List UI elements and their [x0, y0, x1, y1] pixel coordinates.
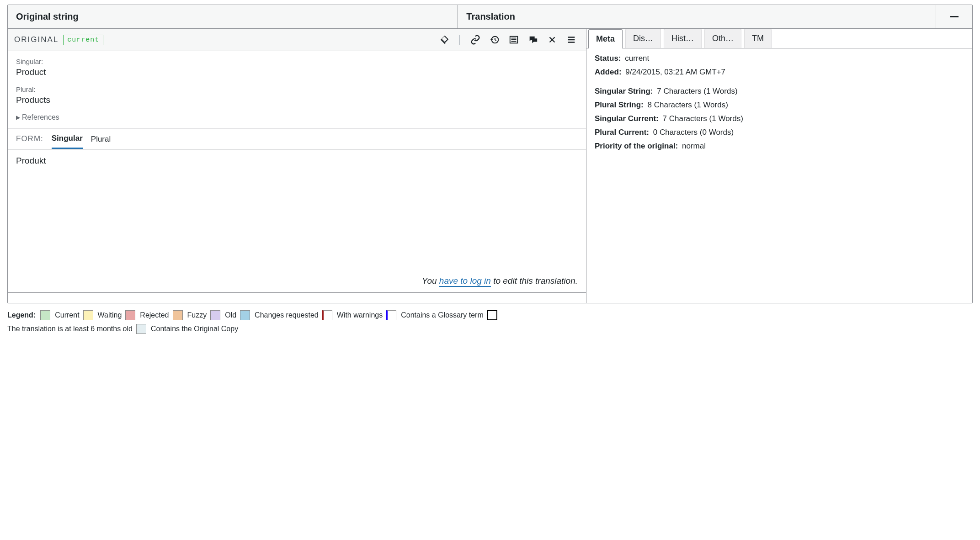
footer-spacer — [8, 293, 586, 303]
singular-value: Product — [16, 67, 578, 77]
meta-singular-current: Singular Current: 7 Characters (1 Words) — [595, 114, 964, 123]
original-toolbar: ORIGINAL current │ — [8, 29, 586, 51]
meta-body: Status: current Added: 9/24/2015, 03:21 … — [586, 48, 972, 161]
plural-label: Plural: — [16, 85, 578, 93]
plural-value: Products — [16, 95, 578, 105]
header-original-label: Original string — [16, 11, 79, 21]
legend-current: Current — [55, 309, 79, 322]
swatch-orig-copy — [136, 324, 146, 334]
tab-discussion[interactable]: Dis… — [625, 29, 661, 48]
tab-others[interactable]: Oth… — [704, 29, 741, 48]
references-label: References — [22, 113, 59, 122]
original-body: Singular: Product Plural: Products ▶ Ref… — [8, 51, 586, 128]
legend: Legend: Current Waiting Rejected Fuzzy O… — [7, 309, 973, 322]
singular-label: Singular: — [16, 58, 578, 65]
form-label: FORM: — [16, 134, 43, 143]
login-pre: You — [422, 276, 439, 286]
header-translation: Translation — [458, 5, 972, 28]
legend-rejected: Rejected — [140, 309, 169, 322]
meta-added: Added: 9/24/2015, 03:21 AM GMT+7 — [595, 68, 964, 77]
header-original: Original string — [8, 5, 458, 28]
login-post: to edit this translation. — [491, 276, 578, 286]
close-icon[interactable] — [544, 32, 560, 47]
right-column: Meta Dis… Hist… Oth… TM Status: current … — [586, 29, 972, 303]
meta-plural-string: Plural String: 8 Characters (1 Words) — [595, 101, 964, 110]
right-tabs: Meta Dis… Hist… Oth… TM — [586, 29, 972, 48]
translation-panel: Original string Translation ORIGINAL cur… — [7, 5, 973, 303]
history-icon[interactable] — [486, 32, 503, 47]
legend-row2: The translation is at least 6 months old… — [7, 323, 973, 335]
swatch-fuzzy — [173, 310, 183, 320]
legend-six-months: The translation is at least 6 months old — [7, 323, 133, 335]
legend-orig-copy: Contains the Original Copy — [151, 323, 238, 335]
menu-icon[interactable] — [563, 32, 580, 47]
login-link[interactable]: have to log in — [439, 276, 491, 287]
meta-plural-current: Plural Current: 0 Characters (0 Words) — [595, 128, 964, 137]
list-icon[interactable] — [506, 32, 522, 47]
translation-area: Produkt You have to log in to edit this … — [8, 149, 586, 293]
legend-label: Legend: — [7, 309, 36, 322]
references-toggle[interactable]: ▶ References — [16, 113, 578, 122]
tab-history[interactable]: Hist… — [664, 29, 702, 48]
comment-icon[interactable] — [525, 32, 541, 47]
triangle-right-icon: ▶ — [16, 114, 20, 121]
legend-warnings: With warnings — [337, 309, 383, 322]
minus-icon — [950, 16, 959, 17]
meta-priority: Priority of the original: normal — [595, 142, 964, 151]
tab-plural[interactable]: Plural — [91, 135, 111, 148]
login-prompt: You have to log in to edit this translat… — [16, 271, 578, 286]
collapse-button[interactable] — [936, 5, 972, 28]
legend-fuzzy: Fuzzy — [187, 309, 207, 322]
legend-glossary: Contains a Glossary term — [401, 309, 484, 322]
tab-singular[interactable]: Singular — [52, 134, 83, 149]
legend-waiting: Waiting — [98, 309, 122, 322]
tab-tm[interactable]: TM — [744, 29, 772, 48]
legend-changes: Changes requested — [255, 309, 319, 322]
meta-status: Status: current — [595, 54, 964, 63]
panel-body: ORIGINAL current │ — [8, 29, 972, 303]
link-icon[interactable] — [467, 32, 484, 47]
tag-icon[interactable] — [437, 32, 453, 47]
tab-meta[interactable]: Meta — [588, 29, 623, 48]
meta-singular-string: Singular String: 7 Characters (1 Words) — [595, 87, 964, 96]
swatch-warnings — [322, 310, 332, 320]
swatch-waiting — [83, 310, 93, 320]
swatch-rejected — [125, 310, 135, 320]
swatch-six-months — [487, 310, 497, 320]
left-column: ORIGINAL current │ — [8, 29, 586, 303]
header-translation-label: Translation — [466, 11, 936, 22]
panel-header: Original string Translation — [8, 5, 972, 29]
translation-text: Produkt — [16, 156, 578, 271]
swatch-current — [40, 310, 50, 320]
toolbar-separator: │ — [456, 35, 464, 45]
form-tabs: FORM: Singular Plural — [8, 128, 586, 149]
swatch-changes — [240, 310, 250, 320]
swatch-glossary — [386, 310, 396, 320]
original-label: ORIGINAL — [14, 35, 59, 44]
swatch-old — [210, 310, 220, 320]
status-chip: current — [63, 35, 103, 45]
legend-old: Old — [225, 309, 236, 322]
